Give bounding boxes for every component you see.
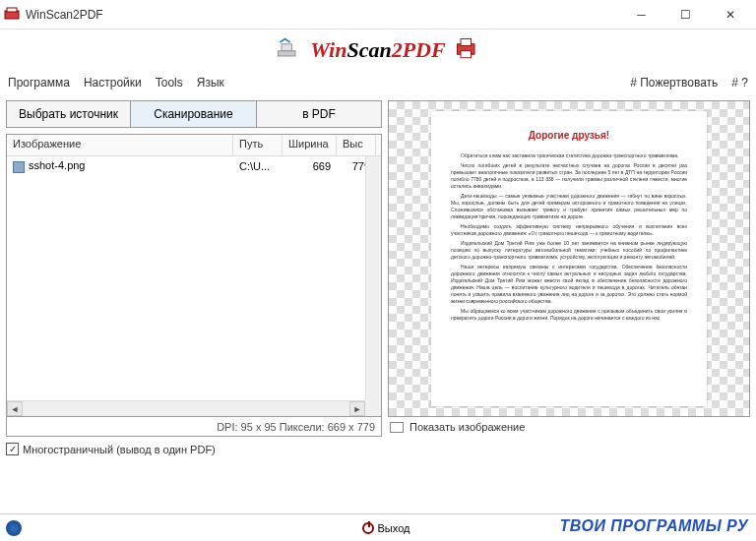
status-line: DPI: 95 x 95 Пиксели: 669 x 779 [6, 417, 382, 437]
power-icon [362, 522, 374, 534]
file-width: 669 [283, 158, 337, 174]
logo-text: WinScan2PDF [310, 37, 445, 63]
svg-rect-5 [461, 38, 472, 45]
file-path: C:\U... [233, 158, 283, 174]
menu-settings[interactable]: Настройки [84, 76, 142, 90]
col-path[interactable]: Путь [233, 135, 283, 155]
svg-rect-6 [461, 50, 472, 57]
document-preview: Дорогие друзья! Обратиться к вам нас зас… [431, 111, 707, 406]
app-icon [4, 7, 20, 23]
preview-area[interactable]: Дорогие друзья! Обратиться к вам нас зас… [388, 100, 750, 417]
col-image[interactable]: Изображение [7, 135, 233, 155]
show-image-label: Показать изображение [410, 421, 525, 433]
minimize-button[interactable]: ─ [619, 1, 663, 29]
scan-button[interactable]: Сканирование [131, 100, 257, 128]
file-list: Изображение Путь Ширина Выс sshot-4.png … [6, 134, 382, 417]
svg-rect-2 [279, 50, 296, 55]
doc-title: Дорогие друзья! [451, 129, 687, 143]
col-height[interactable]: Выс [337, 135, 376, 155]
menubar: Программа Настройки Tools Язык # Пожертв… [0, 71, 756, 94]
show-image-icon [390, 422, 404, 433]
menu-program[interactable]: Программа [8, 76, 70, 90]
exit-label: Выход [378, 522, 410, 534]
menu-lang[interactable]: Язык [197, 76, 224, 90]
image-file-icon [13, 161, 25, 173]
watermark: ТВОИ ПРОГРАММЫ РУ [560, 517, 749, 535]
multipage-label: Многостраничный (вывод в один PDF) [23, 444, 216, 455]
svg-rect-3 [282, 43, 292, 50]
scrollbar-horizontal[interactable]: ◄ ► [7, 400, 365, 416]
menu-help[interactable]: # ? [731, 76, 748, 90]
multipage-checkbox[interactable]: ✓ [6, 443, 19, 455]
to-pdf-button[interactable]: в PDF [257, 100, 382, 128]
col-width[interactable]: Ширина [283, 135, 337, 155]
table-row[interactable]: sshot-4.png C:\U... 669 779 [7, 156, 381, 176]
menu-tools[interactable]: Tools [156, 76, 183, 90]
multipage-checkbox-row[interactable]: ✓ Многостраничный (вывод в один PDF) [6, 443, 382, 455]
globe-icon[interactable] [6, 520, 22, 536]
printer-icon [454, 35, 481, 66]
close-button[interactable]: ✕ [708, 1, 752, 29]
right-pane: Дорогие друзья! Обратиться к вам нас зас… [388, 100, 750, 455]
menu-donate[interactable]: # Пожертвовать [630, 76, 718, 90]
preview-label-row[interactable]: Показать изображение [388, 421, 750, 433]
window-title: WinScan2PDF [26, 8, 619, 22]
scroll-left-icon[interactable]: ◄ [7, 401, 23, 416]
list-header: Изображение Путь Ширина Выс [7, 135, 381, 156]
exit-button[interactable]: Выход [362, 522, 410, 534]
content: Выбрать источник Сканирование в PDF Изоб… [0, 94, 756, 461]
select-source-button[interactable]: Выбрать источник [6, 100, 131, 128]
left-pane: Выбрать источник Сканирование в PDF Изоб… [6, 100, 382, 455]
logo-bar: WinScan2PDF [0, 30, 756, 71]
scanner-icon [275, 35, 302, 66]
titlebar: WinScan2PDF ─ ☐ ✕ [0, 0, 756, 30]
button-row: Выбрать источник Сканирование в PDF [6, 100, 382, 128]
scrollbar-vertical[interactable] [365, 156, 381, 400]
maximize-button[interactable]: ☐ [663, 1, 708, 29]
scroll-corner [365, 400, 381, 416]
svg-rect-1 [7, 8, 17, 12]
file-name: sshot-4.png [29, 159, 85, 171]
scroll-right-icon[interactable]: ► [349, 401, 365, 416]
